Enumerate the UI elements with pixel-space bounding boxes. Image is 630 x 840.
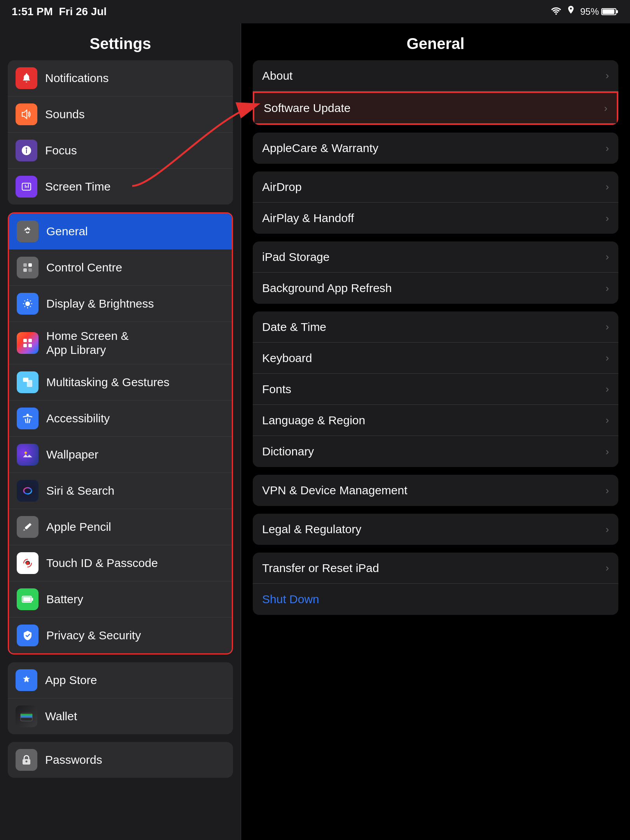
content-section-3: AirDrop › AirPlay & Handoff ›: [253, 172, 618, 234]
sounds-icon: [16, 103, 37, 125]
siri-icon: [17, 480, 38, 502]
svg-rect-4: [23, 263, 27, 267]
focus-label: Focus: [45, 144, 77, 158]
sidebar-item-multitasking[interactable]: Multitasking & Gestures: [9, 364, 232, 401]
applecare-label: AppleCare & Warranty: [262, 142, 606, 155]
applecare-chevron: ›: [606, 142, 609, 154]
svg-rect-12: [28, 344, 32, 347]
wallpaper-icon: [17, 444, 38, 466]
svg-rect-7: [28, 268, 32, 272]
control-centre-icon: [17, 257, 38, 278]
content-header: General: [241, 23, 630, 60]
svg-rect-2: [602, 9, 614, 14]
wallet-label: Wallet: [45, 709, 77, 723]
content-item-about[interactable]: About ›: [253, 60, 618, 91]
airplay-chevron: ›: [606, 212, 609, 224]
svg-rect-20: [32, 598, 33, 601]
sidebar-item-focus[interactable]: Focus: [8, 133, 233, 169]
content-section-5: Date & Time › Keyboard › Fonts › Languag…: [253, 312, 618, 467]
battery-label: Battery: [46, 592, 83, 606]
main-wrapper: Settings Notifications: [0, 23, 630, 840]
sidebar-item-sounds[interactable]: Sounds: [8, 96, 233, 133]
content-item-legal[interactable]: Legal & Regulatory ›: [253, 514, 618, 545]
transfer-reset-label: Transfer or Reset iPad: [262, 562, 606, 575]
content-section-6: VPN & Device Management ›: [253, 475, 618, 506]
keyboard-label: Keyboard: [262, 352, 606, 365]
general-label: General: [46, 224, 88, 238]
notifications-label: Notifications: [45, 71, 108, 85]
content-item-software-update[interactable]: Software Update ›: [253, 91, 618, 125]
sidebar-item-privacy[interactable]: Privacy & Security: [9, 618, 232, 653]
transfer-reset-chevron: ›: [606, 562, 609, 574]
svg-rect-5: [28, 263, 32, 267]
ipad-storage-label: iPad Storage: [262, 250, 606, 264]
sidebar-item-wallet[interactable]: Wallet: [8, 698, 233, 734]
content-item-language-region[interactable]: Language & Region ›: [253, 405, 618, 436]
keyboard-chevron: ›: [606, 352, 609, 364]
content-section-4: iPad Storage › Background App Refresh ›: [253, 242, 618, 304]
siri-label: Siri & Search: [46, 484, 114, 498]
sidebar-item-control-centre[interactable]: Control Centre: [9, 250, 232, 286]
wallet-icon: [16, 705, 37, 727]
svg-rect-9: [23, 339, 27, 342]
sidebar-item-accessibility[interactable]: Accessibility: [9, 401, 232, 437]
content-section-2: AppleCare & Warranty ›: [253, 133, 618, 164]
screen-time-icon: [16, 176, 37, 198]
svg-point-8: [25, 301, 30, 306]
content-item-airplay[interactable]: AirPlay & Handoff ›: [253, 203, 618, 234]
sidebar-item-siri[interactable]: Siri & Search: [9, 473, 232, 509]
content-section-1: About › Software Update ›: [253, 60, 618, 125]
multitasking-label: Multitasking & Gestures: [46, 375, 170, 389]
passwords-label: Passwords: [45, 753, 102, 767]
airplay-label: AirPlay & Handoff: [262, 212, 606, 225]
legal-chevron: ›: [606, 523, 609, 536]
notifications-icon: [16, 67, 37, 89]
svg-rect-6: [23, 268, 27, 272]
ipad-storage-chevron: ›: [606, 251, 609, 263]
dictionary-chevron: ›: [606, 446, 609, 458]
touch-id-label: Touch ID & Passcode: [46, 556, 158, 570]
sidebar-item-general[interactable]: General: [9, 214, 232, 250]
sidebar-item-home-screen[interactable]: Home Screen &App Library: [9, 322, 232, 364]
accessibility-label: Accessibility: [46, 411, 110, 425]
passwords-icon: [16, 749, 37, 771]
software-update-label: Software Update: [264, 102, 604, 115]
content-item-shut-down[interactable]: Shut Down: [253, 584, 618, 615]
content-item-dictionary[interactable]: Dictionary ›: [253, 436, 618, 467]
sidebar-item-app-store[interactable]: A App Store: [8, 662, 233, 698]
privacy-icon: [17, 625, 38, 646]
language-region-label: Language & Region: [262, 414, 606, 427]
sidebar-item-battery[interactable]: Battery: [9, 581, 232, 618]
sidebar-title: Settings: [12, 35, 229, 52]
svg-point-16: [24, 452, 27, 454]
sidebar-item-passwords[interactable]: Passwords: [8, 742, 233, 778]
airdrop-label: AirDrop: [262, 180, 606, 194]
status-bar: 1:51 PM Fri 26 Jul 95%: [0, 0, 630, 23]
date-time-chevron: ›: [606, 321, 609, 333]
content-item-date-time[interactable]: Date & Time ›: [253, 312, 618, 343]
content-item-airdrop[interactable]: AirDrop ›: [253, 172, 618, 203]
content-item-keyboard[interactable]: Keyboard ›: [253, 343, 618, 374]
content-item-background-refresh[interactable]: Background App Refresh ›: [253, 273, 618, 304]
sidebar-item-notifications[interactable]: Notifications: [8, 60, 233, 96]
content-item-applecare[interactable]: AppleCare & Warranty ›: [253, 133, 618, 164]
apple-pencil-icon: [17, 516, 38, 538]
content-item-transfer-reset[interactable]: Transfer or Reset iPad ›: [253, 553, 618, 584]
content-item-vpn[interactable]: VPN & Device Management ›: [253, 475, 618, 506]
content-item-ipad-storage[interactable]: iPad Storage ›: [253, 242, 618, 273]
screen-time-label: Screen Time: [45, 180, 110, 194]
privacy-label: Privacy & Security: [46, 628, 141, 642]
content-item-fonts[interactable]: Fonts ›: [253, 374, 618, 405]
svg-text:A: A: [24, 677, 28, 683]
home-screen-icon: [17, 332, 38, 354]
sidebar-item-wallpaper[interactable]: Wallpaper: [9, 437, 232, 473]
sidebar-item-touch-id[interactable]: Touch ID & Passcode: [9, 545, 232, 581]
software-update-chevron: ›: [604, 102, 607, 114]
sounds-label: Sounds: [45, 107, 85, 121]
sidebar-item-display[interactable]: Display & Brightness: [9, 286, 232, 322]
wallpaper-label: Wallpaper: [46, 448, 98, 462]
vpn-label: VPN & Device Management: [262, 484, 606, 497]
language-region-chevron: ›: [606, 414, 609, 426]
sidebar-item-screen-time[interactable]: Screen Time: [8, 169, 233, 205]
sidebar-item-apple-pencil[interactable]: Apple Pencil: [9, 509, 232, 545]
